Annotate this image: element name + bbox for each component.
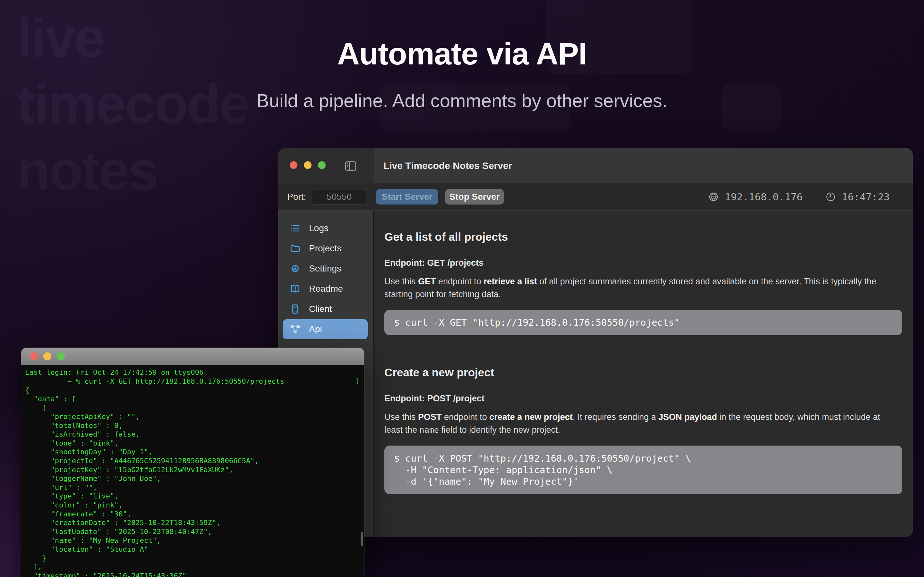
terminal-scrollbar-thumb[interactable] (360, 532, 363, 546)
watermark-line: notes (17, 137, 249, 203)
start-server-button[interactable]: Start Server (376, 189, 438, 205)
list-icon (290, 223, 300, 234)
server-clock: 16:47:23 (842, 191, 890, 203)
terminal-traffic-lights (30, 352, 65, 360)
port-label: Port: (287, 192, 306, 202)
sidebar-item-label: Settings (309, 263, 341, 274)
window-title: Live Timecode Notes Server (383, 160, 512, 171)
window-titlebar[interactable]: Live Timecode Notes Server (278, 148, 913, 183)
sidebar-item-label: Client (309, 304, 332, 314)
code-block-post: $ curl -X POST "http://192.168.0.176:505… (384, 446, 902, 494)
sidebar-item-projects[interactable]: Projects (283, 239, 368, 258)
server-status-group: 192.168.0.176 16:47:23 (708, 191, 890, 203)
traffic-lights (290, 161, 326, 169)
terminal-titlebar[interactable] (21, 348, 364, 365)
nodes-icon (290, 324, 300, 335)
server-app-window: Live Timecode Notes Server Port: Start S… (278, 148, 913, 537)
book-icon (290, 284, 300, 294)
page-subtitle: Build a pipeline. Add comments by other … (0, 90, 924, 111)
section-heading-create-project: Create a new project (384, 346, 902, 379)
sidebar-item-logs[interactable]: Logs (283, 218, 368, 238)
zoom-button[interactable] (57, 352, 65, 360)
sidebar-toggle-icon[interactable] (344, 160, 357, 172)
endpoint-label-post: Endpoint: POST /project (384, 394, 902, 404)
gear-icon (290, 263, 300, 274)
globe-icon (708, 191, 719, 202)
page-title: Automate via API (0, 36, 924, 72)
port-input[interactable] (312, 189, 367, 205)
endpoint-label-get: Endpoint: GET /projects (384, 258, 902, 268)
folder-icon (290, 243, 300, 254)
terminal-right-prompt-indicator: ] (355, 377, 360, 385)
sidebar-item-label: Api (309, 324, 322, 334)
minimize-button[interactable] (43, 352, 51, 360)
sidebar-item-client[interactable]: Client (283, 299, 368, 319)
section-heading-get-projects: Get a list of all projects (384, 211, 902, 243)
section-divider (384, 504, 902, 505)
device-icon (290, 303, 300, 314)
section-description-get: Use this GET endpoint to retrieve a list… (384, 275, 891, 301)
sidebar-item-api[interactable]: Api (283, 319, 368, 339)
titlebar-sidebar-section (278, 148, 375, 183)
server-toolbar: Port: Start Server Stop Server 192.168.0… (278, 183, 913, 211)
sidebar-item-settings[interactable]: Settings (283, 259, 368, 279)
sidebar-item-label: Readme (309, 284, 343, 294)
clock-icon (825, 191, 836, 202)
sidebar-item-label: Logs (309, 223, 328, 234)
zoom-button[interactable] (318, 161, 326, 169)
close-button[interactable] (290, 161, 297, 169)
code-block-get: $ curl -X GET "http://192.168.0.176:5055… (384, 309, 902, 335)
desktop-background: live timecode notes Automate via API Bui… (0, 0, 924, 577)
minimize-button[interactable] (304, 161, 312, 169)
terminal-window: Last login: Fri Oct 24 17:42:59 on ttys0… (21, 348, 364, 577)
sidebar-item-label: Projects (309, 243, 341, 253)
close-button[interactable] (30, 352, 38, 360)
titlebar-main-section: Live Timecode Notes Server (375, 148, 913, 183)
sidebar-item-readme[interactable]: Readme (283, 279, 368, 299)
api-docs-content: Get a list of all projects Endpoint: GET… (374, 211, 913, 537)
stop-server-button[interactable]: Stop Server (445, 189, 504, 205)
ip-address: 192.168.0.176 (725, 191, 803, 203)
terminal-output: Last login: Fri Oct 24 17:42:59 on ttys0… (21, 365, 364, 577)
section-description-post: Use this POST endpoint to create a new p… (384, 411, 891, 437)
